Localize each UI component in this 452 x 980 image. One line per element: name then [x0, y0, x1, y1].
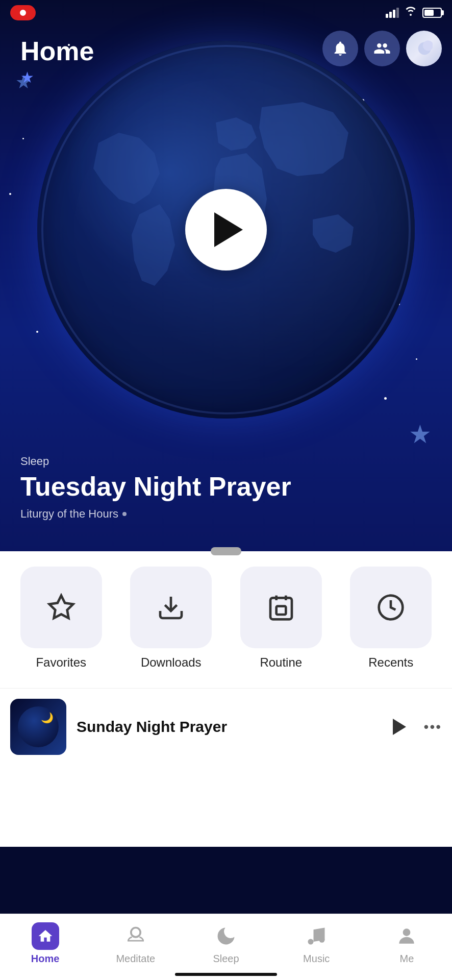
svg-rect-8	[276, 606, 286, 615]
status-right	[386, 6, 442, 20]
battery-icon	[422, 8, 442, 18]
signal-bar-4	[396, 8, 399, 18]
recents-icon-box	[350, 567, 432, 648]
nav-label-music: Music	[303, 953, 330, 965]
svg-point-13	[403, 928, 411, 936]
theme-toggle-button[interactable]	[406, 31, 442, 66]
nav-icon-sleep	[212, 922, 240, 950]
downloads-label: Downloads	[141, 655, 202, 670]
globe-sphere	[37, 41, 415, 419]
actions-grid: Favorites Downloads	[10, 567, 442, 670]
svg-point-11	[308, 939, 314, 945]
nav-label-meditate: Meditate	[116, 953, 155, 965]
routine-label: Routine	[260, 655, 302, 670]
nav-item-meditate[interactable]: Meditate	[90, 922, 181, 965]
track-thumbnail: 🌙	[10, 699, 66, 755]
track-moon-icon: 🌙	[41, 712, 54, 724]
download-icon	[157, 593, 185, 622]
favorite-star-icon: ★	[20, 68, 94, 86]
signal-bars	[386, 8, 399, 18]
scroll-indicator	[211, 547, 241, 555]
bottom-spacer	[0, 765, 452, 847]
wifi-icon	[404, 6, 417, 20]
favorites-action[interactable]: Favorites	[10, 567, 112, 670]
nav-label-home: Home	[31, 953, 60, 965]
svg-point-12	[319, 937, 325, 943]
nav-icon-me	[393, 922, 420, 950]
track-name: Sunday Night Prayer	[77, 718, 375, 736]
signal-bar-3	[393, 10, 395, 18]
nav-icon-home	[32, 922, 59, 950]
track-more-button[interactable]: •••	[424, 719, 442, 735]
svg-rect-5	[270, 598, 292, 619]
play-icon	[214, 212, 243, 247]
nav-item-sleep[interactable]: Sleep	[181, 922, 271, 965]
favorites-icon-box	[20, 567, 102, 648]
track-globe: 🌙	[18, 706, 59, 747]
recent-track-row: 🌙 Sunday Night Prayer •••	[0, 688, 452, 765]
quick-actions-section: Favorites Downloads	[0, 551, 452, 688]
favorites-label: Favorites	[36, 655, 86, 670]
nav-icon-music	[303, 922, 330, 950]
recents-action[interactable]: Recents	[340, 567, 442, 670]
hero-section: Home ★	[0, 0, 452, 551]
svg-marker-3	[49, 596, 73, 618]
track-play-icon	[393, 719, 406, 735]
clock-icon	[376, 593, 405, 622]
home-indicator	[175, 973, 277, 976]
header-icons	[322, 31, 442, 66]
nav-item-music[interactable]: Music	[271, 922, 362, 965]
home-nav-bg	[32, 922, 59, 950]
downloads-icon-box	[130, 567, 212, 648]
routine-icon	[267, 593, 295, 622]
nav-item-home[interactable]: Home	[0, 922, 90, 965]
track-info: Sunday Night Prayer	[77, 718, 375, 736]
nav-label-me: Me	[400, 953, 414, 965]
play-button[interactable]	[185, 189, 267, 271]
globe-visual	[37, 41, 415, 419]
nav-icon-meditate	[122, 922, 149, 950]
deco-star-right: ★	[409, 420, 432, 449]
track-play-button[interactable]	[385, 714, 412, 740]
content-subtitle: Liturgy of the Hours	[20, 507, 432, 521]
notification-button[interactable]	[322, 31, 358, 66]
nav-label-sleep: Sleep	[213, 953, 239, 965]
recording-dot	[18, 8, 28, 17]
downloads-action[interactable]: Downloads	[120, 567, 222, 670]
routine-action[interactable]: Routine	[230, 567, 332, 670]
signal-bar-1	[386, 14, 388, 18]
page-title-area: Home ★	[20, 36, 94, 86]
content-info: Sleep Tuesday Night Prayer Liturgy of th…	[20, 455, 432, 521]
nav-item-me[interactable]: Me	[362, 922, 452, 965]
svg-point-10	[131, 928, 140, 937]
recording-indicator	[10, 5, 36, 20]
group-button[interactable]	[364, 31, 400, 66]
routine-icon-box	[240, 567, 322, 648]
content-title: Tuesday Night Prayer	[20, 472, 432, 501]
bottom-navigation: Home Meditate Sleep Music	[0, 914, 452, 980]
track-controls: •••	[385, 714, 442, 740]
content-category: Sleep	[20, 455, 432, 468]
star-icon	[47, 593, 76, 622]
subtitle-dot	[122, 512, 127, 516]
page-title: Home	[20, 36, 94, 66]
recents-label: Recents	[368, 655, 413, 670]
signal-bar-2	[389, 12, 392, 18]
status-bar	[0, 0, 452, 26]
